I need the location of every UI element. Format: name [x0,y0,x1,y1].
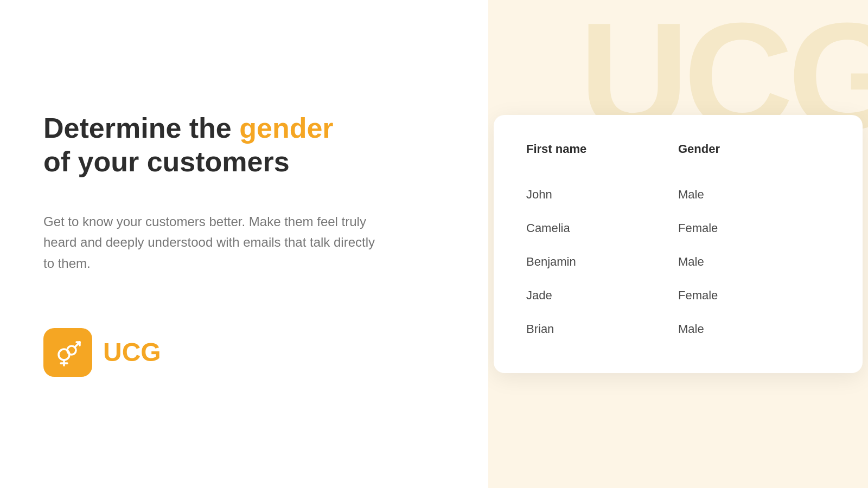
heading-text-part2: of your customers [43,146,290,177]
cell-gender: Female [678,288,830,303]
table-header: First name Gender [526,142,830,162]
cell-gender: Female [678,221,830,235]
logo-text: UCG [103,337,161,367]
col-gender-header: Gender [678,142,830,156]
right-panel: UCG First name Gender JohnMaleCameliaFem… [488,0,868,488]
main-heading: Determine the gender of your customers [43,111,445,179]
cell-gender: Male [678,255,830,269]
description-text: Get to know your customers better. Make … [43,211,380,274]
table-rows-container: JohnMaleCameliaFemaleBenjaminMaleJadeFem… [526,178,830,346]
table-row: JohnMale [526,178,830,211]
col-firstname-header: First name [526,142,678,156]
cell-firstname: Camelia [526,221,678,235]
table-row: JadeFemale [526,279,830,312]
cell-gender: Male [678,322,830,336]
logo-icon [43,328,92,377]
heading-text-part1: Determine the [43,112,239,144]
table-row: BenjaminMale [526,245,830,279]
gender-icon [54,338,82,367]
cell-firstname: John [526,188,678,202]
table-card: First name Gender JohnMaleCameliaFemaleB… [494,115,863,373]
logo-container: UCG [43,328,445,377]
left-panel: Determine the gender of your customers G… [0,0,488,488]
cell-firstname: Benjamin [526,255,678,269]
cell-gender: Male [678,188,830,202]
heading-highlight: gender [239,112,333,144]
table-row: CameliaFemale [526,211,830,245]
cell-firstname: Jade [526,288,678,303]
table-row: BrianMale [526,312,830,346]
cell-firstname: Brian [526,322,678,336]
